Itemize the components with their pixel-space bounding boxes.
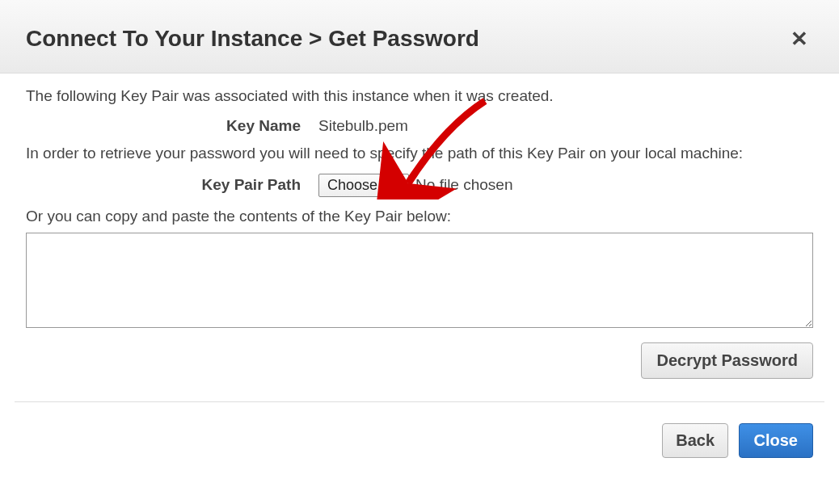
decrypt-password-button[interactable]: Decrypt Password xyxy=(641,342,813,379)
back-button[interactable]: Back xyxy=(662,423,728,458)
close-button[interactable]: Close xyxy=(739,423,813,458)
dialog-content: The following Key Pair was associated wi… xyxy=(0,74,839,401)
dialog-title: Connect To Your Instance > Get Password xyxy=(26,26,479,52)
key-name-row: Key Name Sitebulb.pem xyxy=(26,115,813,138)
intro-text: The following Key Pair was associated wi… xyxy=(26,85,813,108)
instructions-text: In order to retrieve your password you w… xyxy=(26,142,813,166)
decrypt-row: Decrypt Password xyxy=(26,342,813,401)
copy-paste-text: Or you can copy and paste the contents o… xyxy=(26,205,813,229)
close-icon[interactable]: ✕ xyxy=(786,28,813,49)
key-name-value: Sitebulb.pem xyxy=(318,115,408,138)
dialog-header: Connect To Your Instance > Get Password … xyxy=(0,0,839,74)
key-name-label: Key Name xyxy=(26,115,318,138)
key-pair-textarea[interactable] xyxy=(26,233,813,328)
key-pair-path-row: Key Pair Path Choose file No file chosen xyxy=(26,174,813,197)
dialog-footer: Back Close xyxy=(0,402,839,458)
choose-file-button[interactable]: Choose file xyxy=(318,174,409,197)
key-pair-path-label: Key Pair Path xyxy=(26,174,318,197)
no-file-chosen-text: No file chosen xyxy=(415,174,512,197)
